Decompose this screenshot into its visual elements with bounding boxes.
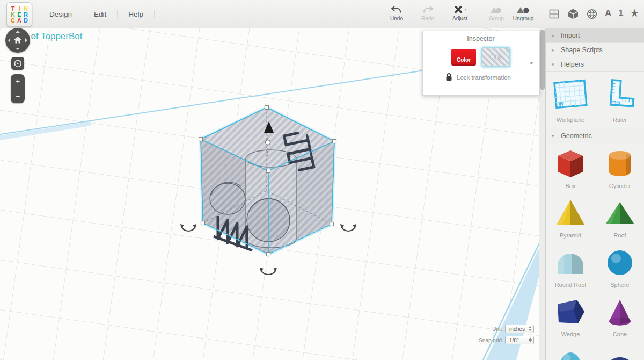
workplane-edge-band-left xyxy=(0,121,91,140)
adjust-button[interactable]: Adjust xyxy=(443,4,477,21)
snap-grid-select[interactable]: 1/8" xyxy=(505,336,534,344)
logo-letter: R xyxy=(23,12,29,18)
svg-text:mm: mm xyxy=(612,99,620,105)
height-handle[interactable] xyxy=(266,140,270,145)
workplane-icon: W xyxy=(549,77,592,114)
inspector-expand-chevron[interactable]: ▸ xyxy=(530,59,533,66)
chevron-down-icon: ▾ xyxy=(552,133,556,139)
round-roof-shape-icon xyxy=(553,247,588,279)
sphere-category-icon[interactable] xyxy=(586,5,598,21)
svg-text:W: W xyxy=(558,100,565,107)
menu-help[interactable]: Help xyxy=(118,10,155,18)
logo-letter: I xyxy=(17,6,23,12)
color-swatch[interactable]: Color xyxy=(451,49,476,66)
wedge-shape-icon xyxy=(553,296,588,328)
chevron-down-icon: ▾ xyxy=(552,62,556,67)
top-toolbar: T I N K E R C A D Design Edit Help Undo … xyxy=(0,0,644,28)
snap-grid-row: Snap grid 1/8" xyxy=(479,336,534,344)
workplane-category-icon[interactable] xyxy=(548,5,560,21)
favorites-star-icon[interactable]: ★ xyxy=(631,5,639,21)
stepper-icon xyxy=(529,326,532,331)
home-view-icon[interactable] xyxy=(13,36,22,46)
unit-row: Unit inches xyxy=(492,325,534,333)
undo-button[interactable]: Undo xyxy=(381,4,412,21)
ungroup-icon xyxy=(516,4,530,16)
shape-tile-cone[interactable]: Cone xyxy=(595,292,644,341)
pan-up-icon[interactable] xyxy=(16,31,20,33)
chevron-right-icon: ▸ xyxy=(552,33,556,38)
zoom-out-button[interactable]: − xyxy=(11,89,25,104)
ungroup-button[interactable]: Ungroup xyxy=(508,4,539,21)
zoom-in-button[interactable]: + xyxy=(11,74,25,89)
shape-tile-workplane[interactable]: W Workplane xyxy=(546,72,595,129)
menu-edit[interactable]: Edit xyxy=(83,10,118,18)
snap-grid-label: Snap grid xyxy=(479,337,502,343)
view-navigation-pad[interactable] xyxy=(5,28,30,53)
undo-icon xyxy=(390,4,403,16)
section-import[interactable]: ▸ Import xyxy=(546,28,644,43)
helpers-tiles: W Workplane mm Ruler xyxy=(546,72,644,129)
shape-tile-sphere[interactable]: Sphere xyxy=(595,242,644,292)
lock-icon xyxy=(445,73,452,81)
cube-category-icon[interactable] xyxy=(567,5,579,21)
pan-left-icon[interactable] xyxy=(8,38,10,42)
number-category-icon[interactable]: 1 xyxy=(618,5,623,21)
sphere-shape-icon xyxy=(603,247,637,279)
unit-select[interactable]: inches xyxy=(505,325,534,333)
pan-right-icon[interactable] xyxy=(25,38,27,42)
inspector-title: Inspector xyxy=(423,31,539,45)
lock-transformation-label: Lock transformation xyxy=(457,74,511,81)
menu-bar: Design Edit Help xyxy=(39,8,155,20)
section-helpers[interactable]: ▾ Helpers xyxy=(546,57,644,72)
logo-letter: A xyxy=(17,18,23,24)
inspector-panel: Inspector Color Hole ▸ Lock transformati… xyxy=(422,31,539,96)
torus-shape-icon xyxy=(603,345,637,360)
stepper-icon xyxy=(529,337,532,342)
shape-tile-ruler[interactable]: mm Ruler xyxy=(595,72,644,129)
shape-tile-box[interactable]: Box xyxy=(546,143,595,193)
shape-tile-round-roof[interactable]: Round Roof xyxy=(546,242,595,292)
logo-letter: T xyxy=(10,6,16,12)
logo-letter: N xyxy=(23,6,29,12)
box-shape-icon xyxy=(553,148,588,180)
roof-shape-icon xyxy=(603,197,637,229)
shape-tile-pyramid[interactable]: Pyramid xyxy=(546,193,595,242)
group-icon xyxy=(489,4,503,16)
ruler-icon: mm xyxy=(598,77,641,114)
pan-down-icon[interactable] xyxy=(16,48,20,50)
scrollbar-thumb[interactable] xyxy=(540,30,545,90)
zoom-controls[interactable]: + − xyxy=(11,74,25,103)
pyramid-shape-icon xyxy=(553,197,588,229)
material-swatches: Color Hole xyxy=(423,47,539,67)
chevron-right-icon: ▸ xyxy=(552,47,556,53)
redo-icon xyxy=(421,4,434,16)
model-selection[interactable] xyxy=(180,106,356,275)
help-icon[interactable]: ? xyxy=(31,33,35,41)
logo-letter: C xyxy=(10,18,16,24)
logo-letter: E xyxy=(17,12,23,18)
adjust-icon xyxy=(452,4,468,16)
menu-design[interactable]: Design xyxy=(39,10,83,18)
cylinder-shape-icon xyxy=(603,148,637,180)
geometric-tiles: Box Cylinder Pyramid xyxy=(546,143,644,360)
shape-tile-partial-right[interactable] xyxy=(595,341,644,360)
shape-tile-wedge[interactable]: Wedge xyxy=(546,292,595,341)
tinkercad-logo[interactable]: T I N K E R C A D xyxy=(6,2,32,27)
section-shape-scripts[interactable]: ▸ Shape Scripts xyxy=(546,43,644,57)
shape-tile-roof[interactable]: Roof xyxy=(595,193,644,242)
orbit-view-button[interactable] xyxy=(11,57,24,70)
hole-swatch[interactable]: Hole xyxy=(481,47,510,67)
redo-button[interactable]: Redo xyxy=(412,4,443,21)
unit-label: Unit xyxy=(492,326,502,332)
sidebar-category-strip: A 1 ★ xyxy=(548,5,639,21)
cone-shape-icon xyxy=(603,296,637,328)
text-category-icon[interactable]: A xyxy=(605,5,611,21)
shape-library-sidebar: ▸ Import ▸ Shape Scripts ▾ Helpers xyxy=(545,28,644,360)
shape-tile-cylinder[interactable]: Cylinder xyxy=(595,143,644,193)
orbit-icon xyxy=(13,59,23,68)
section-geometric[interactable]: ▾ Geometric xyxy=(546,129,644,143)
logo-letter: K xyxy=(10,12,16,18)
paraboloid-shape-icon xyxy=(553,345,588,360)
shape-tile-partial-left[interactable] xyxy=(546,341,595,360)
lock-transformation-row[interactable]: Lock transformation xyxy=(423,73,539,81)
